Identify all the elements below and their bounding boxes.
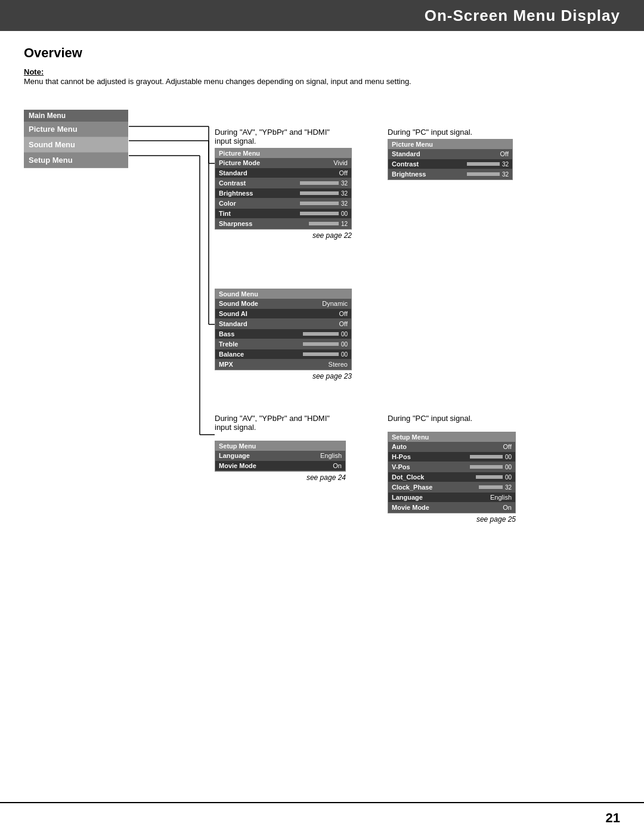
see-page-24: see page 24 bbox=[215, 473, 346, 482]
sound-menu-header: Sound Menu bbox=[215, 289, 351, 299]
picture-row-3: Brightness 32 bbox=[215, 188, 351, 199]
pc-contrast-bar bbox=[467, 162, 500, 166]
sidebar-item-setup[interactable]: Setup Menu bbox=[24, 153, 128, 168]
see-page-23: see page 23 bbox=[215, 372, 352, 380]
color-bar bbox=[300, 202, 339, 205]
picture-row-0: Picture Mode Vivid bbox=[215, 158, 351, 168]
see-page-25: see page 25 bbox=[388, 515, 516, 524]
setup-pc-row-5: Language English bbox=[388, 493, 515, 503]
setup-pc-row-2: V-Pos 00 bbox=[388, 462, 515, 472]
sound-row-4: Treble 00 bbox=[215, 339, 351, 349]
balance-bar bbox=[303, 352, 339, 356]
sound-menu-av: Sound Menu Sound Mode Dynamic Sound AI O… bbox=[215, 289, 352, 370]
setup-section-pc: Setup Menu Auto Off H-Pos 00 V-Pos bbox=[388, 432, 516, 524]
setup-menu-pc: Setup Menu Auto Off H-Pos 00 V-Pos bbox=[388, 432, 516, 513]
vpos-bar bbox=[470, 465, 503, 469]
picture-section-av: During "AV", "YPbPr" and "HDMI"input sig… bbox=[215, 128, 352, 240]
bass-bar bbox=[303, 332, 339, 336]
picture-menu-av-header: Picture Menu bbox=[215, 148, 351, 158]
picture-row-1: Standard Off bbox=[215, 168, 351, 178]
setup-menu-av-header: Setup Menu bbox=[215, 441, 345, 451]
see-page-22: see page 22 bbox=[215, 231, 352, 240]
pc-pic-row-2: Brightness 32 bbox=[388, 169, 512, 179]
treble-bar bbox=[303, 342, 339, 346]
pc-brightness-bar bbox=[467, 172, 500, 176]
setup-av-row-1: Movie Mode On bbox=[215, 461, 345, 471]
bottom-bar: 21 bbox=[0, 802, 644, 833]
setup-section-during-label: During "AV", "YPbPr" and "HDMI"input sig… bbox=[215, 414, 330, 434]
note-text: Menu that cannot be adjusted is grayout.… bbox=[24, 77, 411, 86]
dotclock-bar bbox=[476, 475, 503, 479]
picture-row-6: Sharpness 12 bbox=[215, 219, 351, 229]
setup-pc-row-4: Clock_Phase 32 bbox=[388, 482, 515, 493]
page-title: On-Screen Menu Display bbox=[425, 7, 620, 25]
hpos-bar bbox=[470, 455, 503, 459]
sidebar-item-picture[interactable]: Picture Menu bbox=[24, 122, 128, 137]
sound-row-6: MPX Stereo bbox=[215, 360, 351, 370]
tint-bar bbox=[300, 212, 339, 215]
during-pc-label-picture: During "PC" input signal. bbox=[388, 128, 513, 137]
picture-row-5: Tint 00 bbox=[215, 209, 351, 219]
sound-section-av: Sound Menu Sound Mode Dynamic Sound AI O… bbox=[215, 289, 352, 380]
content-area: Overview Note: Menu that cannot be adjus… bbox=[0, 31, 644, 599]
sound-row-1: Sound AI Off bbox=[215, 309, 351, 319]
sharpness-bar bbox=[309, 222, 339, 225]
setup-pc-row-3: Dot_Clock 00 bbox=[388, 472, 515, 482]
setup-section-av: Setup Menu Language English Movie Mode O… bbox=[215, 441, 346, 482]
note-section: Note: Menu that cannot be adjusted is gr… bbox=[24, 67, 620, 86]
during-av-label-setup: During "AV", "YPbPr" and "HDMI"input sig… bbox=[215, 414, 330, 432]
picture-menu-av: Picture Menu Picture Mode Vivid Standard… bbox=[215, 148, 352, 230]
top-bar: On-Screen Menu Display bbox=[0, 0, 644, 31]
picture-row-2: Contrast 32 bbox=[215, 178, 351, 188]
setup-menu-av: Setup Menu Language English Movie Mode O… bbox=[215, 441, 346, 472]
sound-row-3: Bass 00 bbox=[215, 329, 351, 339]
picture-section-pc: During "PC" input signal. Picture Menu S… bbox=[388, 128, 513, 180]
setup-av-row-0: Language English bbox=[215, 451, 345, 461]
sound-row-0: Sound Mode Dynamic bbox=[215, 299, 351, 309]
setup-pc-row-6: Movie Mode On bbox=[388, 503, 515, 513]
note-label: Note: bbox=[24, 67, 44, 76]
setup-pc-row-0: Auto Off bbox=[388, 442, 515, 452]
picture-row-4: Color 32 bbox=[215, 199, 351, 209]
sidebar-item-sound[interactable]: Sound Menu bbox=[24, 137, 128, 153]
pc-pic-row-1: Contrast 32 bbox=[388, 159, 512, 169]
overview-heading: Overview bbox=[24, 45, 620, 61]
main-menu-box: Main Menu Picture Menu Sound Menu Setup … bbox=[24, 110, 128, 168]
setup-pc-row-1: H-Pos 00 bbox=[388, 452, 515, 462]
picture-menu-pc-header: Picture Menu bbox=[388, 140, 512, 149]
clockphase-bar bbox=[479, 485, 503, 489]
page-number: 21 bbox=[606, 810, 620, 826]
contrast-bar bbox=[300, 181, 339, 185]
picture-menu-pc: Picture Menu Standard Off Contrast 32 Br… bbox=[388, 139, 513, 180]
sound-row-2: Standard Off bbox=[215, 319, 351, 329]
during-pc-label-setup: During "PC" input signal. bbox=[388, 414, 472, 425]
setup-menu-pc-header: Setup Menu bbox=[388, 432, 515, 442]
main-menu-header: Main Menu bbox=[24, 110, 128, 122]
sound-row-5: Balance 00 bbox=[215, 349, 351, 360]
during-av-label-picture: During "AV", "YPbPr" and "HDMI"input sig… bbox=[215, 128, 352, 145]
brightness-bar bbox=[300, 191, 339, 195]
diagram-container: Main Menu Picture Menu Sound Menu Setup … bbox=[24, 98, 596, 563]
pc-pic-row-0: Standard Off bbox=[388, 149, 512, 159]
